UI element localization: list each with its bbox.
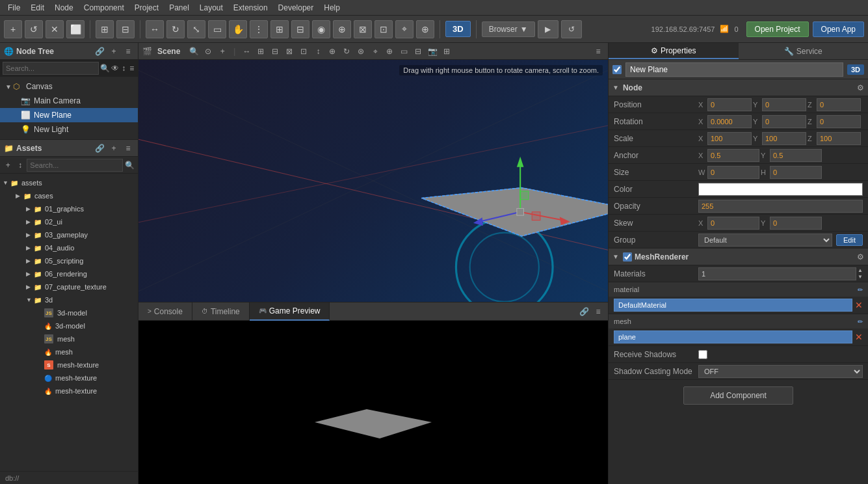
rotate-btn[interactable]: ↻ [166,20,185,38]
tab-console[interactable]: > Console [138,302,192,321]
asset-mesh-js[interactable]: JS mesh [0,332,138,345]
mesh-remove-icon[interactable]: ✕ [855,332,863,342]
mesh-renderer-header[interactable]: ▼ MeshRenderer ⚙ [609,249,868,265]
scale-x-input[interactable] [707,132,752,145]
material-slot-edit-icon[interactable]: ✏ [858,286,863,293]
menu-help[interactable]: Help [319,3,345,12]
tab-timeline[interactable]: ⏱ Timeline [192,302,250,321]
asset-mesh-texture-fire[interactable]: 🔥 mesh-texture [0,384,138,397]
color-swatch[interactable] [698,183,863,196]
layout-btn-2[interactable]: ⊟ [116,20,135,38]
tool-btn-2[interactable]: ⊕ [333,20,351,38]
scale-z-input[interactable] [817,132,861,145]
assets-icon-link[interactable]: 🔗 [94,142,105,154]
asset-mesh-texture-circle[interactable]: 🔵 mesh-texture [0,371,138,384]
scene-tool9[interactable]: ⌖ [369,46,381,57]
tab-service[interactable]: 🔧 Service [739,43,869,59]
node-tree-visibility-icon[interactable]: 👁 [111,62,119,74]
scene-tool1[interactable]: ⊞ [255,46,267,57]
materials-step-down[interactable]: ▼ [858,274,863,280]
assets-search-btn[interactable]: 🔍 [124,159,135,171]
node-tree-more-icon[interactable]: ≡ [129,62,136,74]
move-btn[interactable]: ↔ [146,20,164,38]
menu-file[interactable]: File [3,3,25,12]
assets-icon-menu[interactable]: ≡ [122,142,134,154]
grid-btn[interactable]: ⊞ [270,20,289,38]
shadow-casting-select[interactable]: OFF ON [698,365,863,378]
mesh-renderer-checkbox[interactable] [623,252,632,262]
close-button[interactable]: ✕ [46,20,64,38]
scene-tool14[interactable]: ⊞ [441,46,453,57]
position-y-input[interactable] [762,98,806,111]
tab-properties[interactable]: ⚙ Properties [609,43,739,59]
receive-shadows-checkbox[interactable] [698,350,707,359]
layout-btn-1[interactable]: ⊞ [96,20,114,38]
mesh-name-input[interactable] [614,330,852,343]
opacity-input[interactable] [698,200,863,213]
zoom-in-icon[interactable]: + [217,46,228,57]
node-tree-icon-link[interactable]: 🔗 [94,46,105,57]
screenshot-button[interactable]: ⬜ [66,20,85,38]
open-app-button[interactable]: Open App [813,21,864,37]
scale-y-input[interactable] [762,132,806,145]
scene-tool13[interactable]: 📷 [427,46,438,57]
assets-search-input[interactable] [27,159,123,172]
refresh-button[interactable]: ↺ [25,20,43,38]
menu-component[interactable]: Component [79,3,129,12]
asset-root[interactable]: ▼ 📁 assets [0,176,138,189]
reload-button[interactable]: ↺ [561,20,582,38]
node-tree-search-input[interactable] [3,62,99,75]
tool-btn-4[interactable]: ⊡ [375,20,393,38]
skew-x-input[interactable] [707,217,759,230]
play-button[interactable]: ▶ [538,20,559,38]
tab-game-preview[interactable]: 🎮 Game Preview [250,302,330,321]
tool-btn-1[interactable]: ◉ [312,20,330,38]
asset-3d-model-fire[interactable]: 🔥 3d-model [0,319,138,332]
asset-3d-model-js[interactable]: JS 3d-model [0,306,138,319]
asset-07-capture[interactable]: ▶ 📁 07_capture_texture [0,280,138,293]
node-section-gear[interactable]: ⚙ [857,83,864,92]
rotation-y-input[interactable] [762,115,806,128]
material-name-input[interactable] [614,299,852,312]
scene-menu-icon[interactable]: ≡ [592,46,604,57]
add-button[interactable]: + [4,20,22,38]
zoom-reset-icon[interactable]: ⊙ [202,46,214,57]
asset-06-rendering[interactable]: ▶ 📁 06_rendering [0,267,138,280]
scene-tool8[interactable]: ⊛ [355,46,367,57]
add-component-button[interactable]: Add Component [683,386,793,405]
tool-btn-5[interactable]: ⌖ [395,20,414,38]
zoom-out-icon[interactable]: 🔍 [188,46,200,57]
node-tree-search-icon[interactable]: 🔍 [100,62,110,74]
node-tree-icon-add[interactable]: + [108,46,120,57]
bottom-panel-icon2[interactable]: ≡ [592,306,604,317]
hand-btn[interactable]: ✋ [229,20,247,38]
menu-edit[interactable]: Edit [25,3,49,12]
tree-item-canvas[interactable]: ▼ ⬡ Canvas [0,79,138,94]
align-btn[interactable]: ⊟ [291,20,309,38]
anchor-x-input[interactable] [707,149,759,162]
scene-tool7[interactable]: ↻ [341,46,352,57]
rotation-x-input[interactable] [707,115,752,128]
node-active-checkbox[interactable] [612,65,622,74]
node-section-header[interactable]: ▼ Node ⚙ [609,79,868,96]
scene-tool10[interactable]: ⊕ [384,46,395,57]
group-edit-button[interactable]: Edit [836,234,863,246]
browser-button[interactable]: Browser ▼ [482,21,535,37]
node-tree-sort-icon[interactable]: ↕ [120,62,127,74]
tool-btn-6[interactable]: ⊕ [416,20,434,38]
scene-tool2[interactable]: ⊟ [269,46,281,57]
tree-item-new-plane[interactable]: ⬜ New Plane [0,108,138,122]
assets-add-btn[interactable]: + [3,159,14,171]
menu-node[interactable]: Node [49,3,79,12]
menu-extension[interactable]: Extension [228,3,273,12]
3d-toggle-button[interactable]: 3D [445,21,471,37]
rotation-z-input[interactable] [817,115,861,128]
menu-layout[interactable]: Layout [194,3,228,12]
menu-project[interactable]: Project [129,3,164,12]
position-z-input[interactable] [817,98,861,111]
menu-panel[interactable]: Panel [164,3,194,12]
mesh-renderer-gear[interactable]: ⚙ [857,252,864,262]
scene-canvas[interactable]: Drag with right mouse button to rotate c… [138,60,608,302]
scene-tool5[interactable]: ↕ [312,46,324,57]
scene-tool4[interactable]: ⊡ [298,46,309,57]
